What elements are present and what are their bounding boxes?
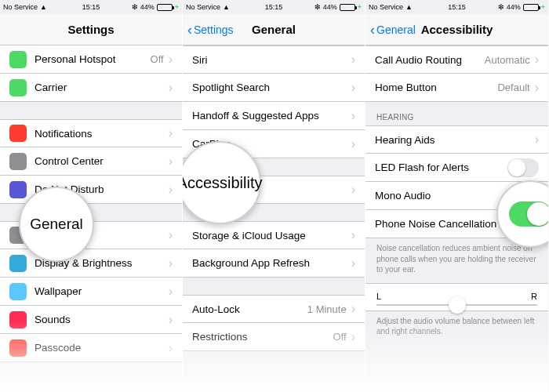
row-label: Mono Audio [375, 190, 507, 201]
chevron-right-icon: › [351, 137, 355, 151]
page-title: Settings [67, 23, 114, 36]
slider-left-label: L [376, 292, 381, 301]
balance-note: Adjust the audio volume balance between … [365, 311, 548, 345]
status-bar: No Service▲ 15:15 ❇44%+ [183, 0, 365, 14]
chevron-right-icon: › [169, 228, 173, 242]
row-spotlight[interactable]: Spotlight Search › [183, 74, 365, 102]
chevron-right-icon: › [351, 53, 355, 67]
battery-icon [340, 4, 355, 11]
notifications-icon [9, 125, 27, 142]
slider-thumb[interactable] [449, 296, 466, 314]
chevron-right-icon: › [351, 183, 355, 197]
chevron-right-icon: › [535, 132, 539, 147]
settings-screen: No Service▲ 15:15 ❇44%+ Settings Persona… [0, 0, 183, 392]
control-center-icon [9, 153, 27, 170]
chevron-right-icon: › [535, 81, 539, 95]
row-value: Automatic [485, 54, 530, 66]
row-label: Call Audio Routing [375, 54, 480, 66]
back-button[interactable]: ‹General [370, 23, 416, 37]
row-label: Background App Refresh [192, 257, 347, 269]
row-siri[interactable]: Siri › [183, 45, 365, 74]
row-label: Personal Hotspot [35, 53, 146, 65]
row-display-brightness[interactable]: Display & Brightness › [0, 249, 182, 278]
page-title: General [252, 23, 296, 36]
row-passcode[interactable]: Passcode › [0, 334, 182, 362]
row-hearing-aids[interactable]: Hearing Aids › [365, 125, 548, 154]
chevron-right-icon: › [169, 256, 173, 270]
status-time: 15:15 [365, 3, 548, 11]
row-sounds[interactable]: Sounds › [0, 306, 182, 334]
row-value: Default [497, 82, 529, 93]
row-label: Notifications [35, 128, 164, 140]
chevron-right-icon: › [169, 53, 173, 67]
row-call-audio-routing[interactable]: Call Audio Routing Automatic › [365, 45, 548, 74]
link-icon [9, 51, 27, 68]
back-button[interactable]: ‹Settings [187, 23, 234, 37]
magnifier-label: General [25, 216, 88, 233]
back-label: Settings [194, 24, 234, 36]
chevron-right-icon: › [351, 81, 355, 95]
chevron-right-icon: › [169, 154, 173, 169]
row-label: Sounds [35, 314, 164, 325]
chevron-right-icon: › [169, 313, 173, 327]
chevron-right-icon: › [351, 109, 355, 123]
slider-right-label: R [531, 292, 537, 301]
row-label: Phone Noise Cancellation [375, 218, 507, 230]
row-home-button[interactable]: Home Button Default › [365, 74, 548, 102]
row-personal-hotspot[interactable]: Personal Hotspot Off › [0, 45, 182, 74]
row-label: Restrictions [192, 331, 329, 343]
chevron-right-icon: › [351, 302, 355, 316]
nav-bar: ‹General Accessibility [365, 14, 548, 45]
balance-slider-row: L R [365, 283, 548, 311]
chevron-right-icon: › [169, 285, 173, 299]
chevron-right-icon: › [351, 256, 355, 270]
status-bar: No Service▲ 15:15 ❇44%+ [0, 0, 182, 14]
row-restrictions[interactable]: Restrictions Off › [183, 323, 365, 351]
row-wallpaper[interactable]: Wallpaper › [0, 278, 182, 306]
row-background-refresh[interactable]: Background App Refresh › [183, 249, 365, 278]
row-label: Handoff & Suggested Apps [192, 110, 347, 122]
moon-icon [9, 181, 27, 198]
row-label: Control Center [35, 155, 164, 167]
chevron-right-icon: › [169, 183, 173, 197]
sounds-icon [9, 311, 27, 328]
wallpaper-icon [9, 283, 27, 300]
row-handoff[interactable]: Handoff & Suggested Apps › [183, 102, 365, 130]
phone-icon [9, 79, 27, 96]
row-label: Hearing Aids [375, 134, 530, 146]
magnifier-label: Accessibility [183, 174, 267, 192]
row-value: 1 Minute [307, 303, 347, 315]
chevron-left-icon: ‹ [187, 23, 192, 37]
chevron-right-icon: › [535, 53, 539, 67]
chevron-right-icon: › [169, 126, 173, 140]
row-label: Auto-Lock [192, 303, 303, 315]
toggle-on-icon [509, 201, 548, 227]
led-flash-toggle[interactable] [507, 158, 539, 177]
row-label: LED Flash for Alerts [375, 162, 507, 173]
general-screen: No Service▲ 15:15 ❇44%+ ‹Settings Genera… [183, 0, 365, 392]
battery-icon [157, 4, 173, 11]
row-notifications[interactable]: Notifications › [0, 119, 182, 147]
row-label: Wallpaper [35, 285, 164, 297]
row-carrier[interactable]: Carrier › [0, 74, 182, 102]
magnifier-general: General [19, 187, 94, 262]
status-time: 15:15 [0, 3, 182, 11]
chevron-right-icon: › [169, 81, 173, 95]
row-label: Spotlight Search [192, 82, 347, 93]
row-label: Passcode [35, 342, 164, 354]
row-storage[interactable]: Storage & iCloud Usage › [183, 221, 365, 249]
row-label: Siri [192, 54, 347, 66]
chevron-left-icon: ‹ [370, 23, 375, 37]
row-control-center[interactable]: Control Center › [0, 147, 182, 176]
row-auto-lock[interactable]: Auto-Lock 1 Minute › [183, 295, 365, 323]
chevron-right-icon: › [351, 228, 355, 242]
row-value: Off [151, 53, 164, 65]
chevron-right-icon: › [351, 330, 355, 344]
row-value: Off [333, 331, 347, 343]
row-label: Home Button [375, 82, 493, 93]
balance-slider[interactable] [376, 304, 537, 306]
row-led-flash[interactable]: LED Flash for Alerts [365, 154, 548, 182]
row-label: Storage & iCloud Usage [192, 230, 347, 241]
hearing-header: HEARING [365, 102, 548, 125]
nav-bar: Settings [0, 14, 182, 45]
